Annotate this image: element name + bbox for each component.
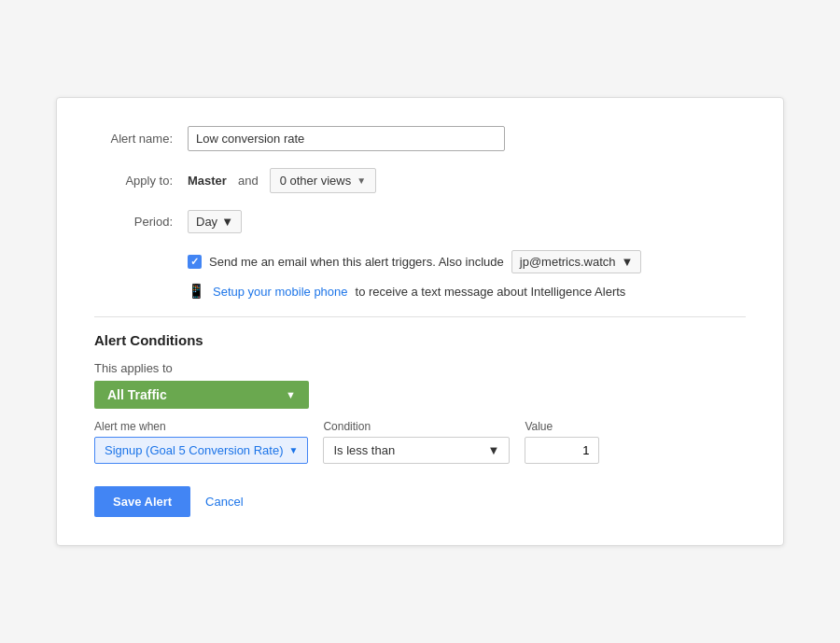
condition-value: Is less than: [333, 443, 395, 457]
chevron-down-icon: ▼: [622, 255, 634, 269]
value-col-label: Value: [525, 420, 599, 433]
apply-to-label: Apply to:: [94, 174, 188, 188]
period-row: Period: Day ▼: [94, 210, 746, 233]
save-alert-button[interactable]: Save Alert: [94, 486, 190, 517]
all-traffic-label: All Traffic: [107, 387, 167, 402]
condition-col-label: Condition: [323, 420, 510, 433]
chevron-down-icon: ▼: [286, 389, 296, 400]
section-divider: [94, 316, 746, 317]
apply-to-row: Apply to: Master and 0 other views ▼: [94, 168, 746, 193]
cancel-button[interactable]: Cancel: [205, 495, 243, 509]
alert-me-when-dropdown[interactable]: Signup (Goal 5 Conversion Rate) ▼: [94, 437, 308, 464]
chevron-down-icon: ▼: [357, 175, 366, 186]
email-row: Send me an email when this alert trigger…: [188, 250, 746, 273]
apply-to-master: Master: [188, 174, 227, 188]
other-views-dropdown[interactable]: 0 other views ▼: [270, 168, 377, 193]
alert-dialog: Alert name: Apply to: Master and 0 other…: [56, 97, 784, 546]
email-checkbox[interactable]: [188, 255, 202, 269]
this-applies-to-label: This applies to: [94, 361, 746, 375]
setup-mobile-link[interactable]: Setup your mobile phone: [213, 285, 348, 299]
alert-name-row: Alert name:: [94, 126, 746, 151]
alert-conditions-section: Alert Conditions This applies to All Tra…: [94, 332, 746, 464]
conditions-columns: Alert me when Signup (Goal 5 Conversion …: [94, 420, 746, 464]
condition-dropdown[interactable]: Is less than ▼: [323, 437, 510, 464]
phone-icon: 📱: [188, 283, 205, 300]
email-address-label: jp@metrics.watch: [520, 255, 616, 269]
alert-me-when-value: Signup (Goal 5 Conversion Rate): [105, 443, 284, 457]
alert-name-input[interactable]: [188, 126, 505, 151]
value-col: Value: [525, 420, 599, 464]
email-section: Send me an email when this alert trigger…: [188, 250, 746, 300]
condition-col: Condition Is less than ▼: [323, 420, 510, 464]
mobile-row: 📱 Setup your mobile phone to receive a t…: [188, 283, 746, 300]
period-value: Day: [196, 215, 217, 229]
value-input[interactable]: [525, 437, 599, 464]
email-address-dropdown[interactable]: jp@metrics.watch ▼: [511, 250, 642, 273]
apply-to-and: and: [238, 174, 259, 188]
email-text: Send me an email when this alert trigger…: [209, 255, 504, 269]
period-label: Period:: [94, 215, 188, 229]
chevron-down-icon: ▼: [488, 443, 500, 457]
mobile-text: to receive a text message about Intellig…: [356, 285, 626, 299]
all-traffic-dropdown[interactable]: All Traffic ▼: [94, 381, 309, 409]
chevron-down-icon: ▼: [289, 445, 299, 455]
alert-conditions-title: Alert Conditions: [94, 332, 746, 348]
other-views-label: 0 other views: [280, 174, 352, 188]
footer-buttons: Save Alert Cancel: [94, 482, 746, 517]
chevron-down-icon: ▼: [221, 215, 233, 229]
alert-me-when-col-label: Alert me when: [94, 420, 308, 433]
period-dropdown[interactable]: Day ▼: [188, 210, 242, 233]
alert-me-when-col: Alert me when Signup (Goal 5 Conversion …: [94, 420, 308, 464]
alert-name-label: Alert name:: [94, 132, 188, 146]
